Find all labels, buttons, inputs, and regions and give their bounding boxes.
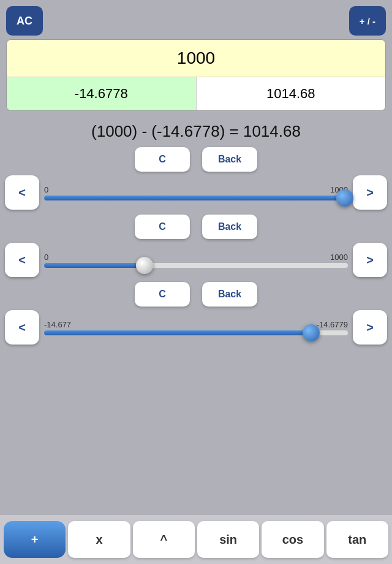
operator-tan-button[interactable]: tan <box>326 521 388 558</box>
sliders-container: CBack<01000>CBack<01000>CBack<-14.677-14… <box>5 147 387 345</box>
slider-3-container[interactable]: -14.677-14.6779 <box>44 320 348 335</box>
slider-3-thumb[interactable] <box>303 324 320 341</box>
operator-sin-button[interactable]: sin <box>197 521 259 558</box>
bottom-operator-bar: +x^sincostan <box>0 515 392 564</box>
slider-3-c-button[interactable]: C <box>135 282 190 307</box>
slider-2-min-label: 0 <box>44 253 48 262</box>
sign-button[interactable]: + / - <box>349 6 386 36</box>
slider-2-track[interactable] <box>44 263 348 268</box>
slider-2-max-label: 1000 <box>330 253 348 262</box>
ac-button[interactable]: AC <box>6 6 43 36</box>
operator-caret-button[interactable]: ^ <box>133 521 195 558</box>
slider-2-left-button[interactable]: < <box>5 243 39 277</box>
top-bar: AC + / - <box>0 0 392 39</box>
slider-3-track[interactable] <box>44 330 348 335</box>
slider-3-back-button[interactable]: Back <box>202 282 257 307</box>
slider-2-right-button[interactable]: > <box>353 243 387 277</box>
display-bottom-left: -14.6778 <box>7 77 197 110</box>
slider-1-thumb[interactable] <box>336 189 353 207</box>
display-bottom-right: 1014.68 <box>197 77 386 110</box>
slider-1-left-button[interactable]: < <box>5 175 39 210</box>
slider-1-container[interactable]: 01000 <box>44 185 348 200</box>
slider-2-container[interactable]: 01000 <box>44 253 348 268</box>
slider-2-c-button[interactable]: C <box>135 215 190 239</box>
slider-2-fill <box>44 263 145 268</box>
slider-2-thumb[interactable] <box>136 257 153 274</box>
slider-3-fill <box>44 330 311 335</box>
slider-group-1: CBack<01000> <box>5 147 387 210</box>
slider-3-min-label: -14.677 <box>44 320 71 329</box>
slider-group-3: CBack<-14.677-14.6779> <box>5 282 387 345</box>
operator-cos-button[interactable]: cos <box>262 521 323 558</box>
slider-1-fill <box>44 196 345 200</box>
slider-3-left-button[interactable]: < <box>5 310 39 345</box>
display-area: 1000 -14.6778 1014.68 <box>6 39 386 111</box>
slider-2-back-button[interactable]: Back <box>202 215 257 239</box>
slider-1-min-label: 0 <box>44 185 48 194</box>
display-top-value: 1000 <box>7 40 385 77</box>
slider-1-back-button[interactable]: Back <box>202 147 257 172</box>
slider-3-right-button[interactable]: > <box>353 310 387 345</box>
slider-3-max-label: -14.6779 <box>317 320 348 329</box>
slider-group-2: CBack<01000> <box>5 215 387 277</box>
slider-1-c-button[interactable]: C <box>135 147 190 172</box>
expression-text: (1000) - (-14.6778) = 1014.68 <box>6 122 386 141</box>
operator-plus-button[interactable]: + <box>4 521 66 558</box>
slider-1-right-button[interactable]: > <box>353 175 387 210</box>
slider-1-track[interactable] <box>44 196 348 200</box>
display-bottom: -14.6778 1014.68 <box>7 77 385 110</box>
operator-x-button[interactable]: x <box>68 521 130 558</box>
